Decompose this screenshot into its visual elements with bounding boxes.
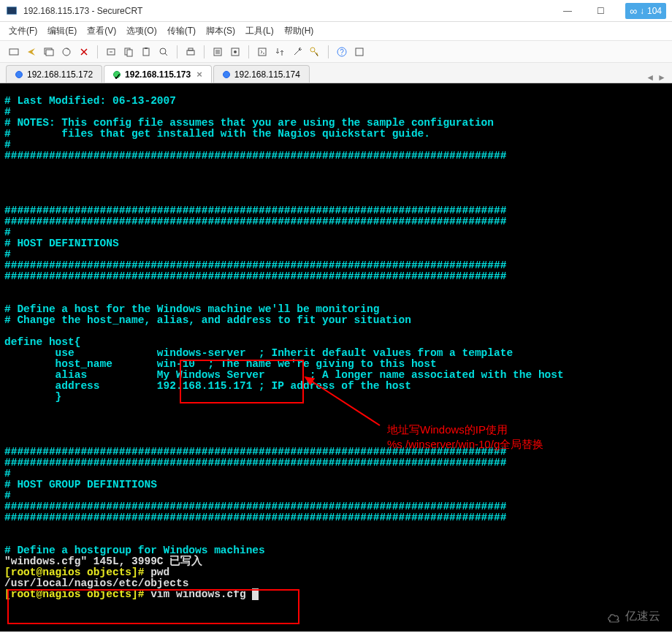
svg-text:?: ? (340, 48, 344, 56)
term-line: ########################################… (4, 457, 506, 469)
menubar: 文件(F) 编辑(E) 查看(V) 选项(O) 传输(T) 脚本(S) 工具(L… (0, 22, 672, 41)
term-line: # Define a hostgroup for Windows machine… (4, 545, 265, 556)
quick-connect-icon[interactable] (25, 45, 38, 58)
term-line: # NOTES: This config file assumes that y… (4, 117, 494, 129)
reconnect-icon[interactable] (60, 45, 73, 58)
term-cmd: pwd (144, 566, 169, 578)
term-line: # (4, 249, 11, 260)
term-line: ########################################… (4, 216, 506, 227)
print-icon[interactable] (184, 45, 197, 58)
menu-options[interactable]: 选项(O) (126, 25, 156, 37)
menu-transfer[interactable]: 传输(T) (167, 25, 196, 37)
tab-label: 192.168.115.174 (234, 69, 300, 80)
window-title: 192.168.115.173 - SecureCRT (23, 6, 558, 16)
term-line: ########################################… (4, 150, 506, 162)
term-line: # HOST DEFINITIONS (4, 238, 119, 249)
term-line: # Define a host for the Windows machine … (4, 303, 379, 315)
menu-edit[interactable]: 编辑(E) (47, 25, 77, 37)
annotation-text: 地址写Windows的IP使用 %s /winserver/win-10/g全局… (387, 422, 543, 452)
enter-icon[interactable] (104, 45, 118, 58)
infinity-icon: ∞ (630, 5, 637, 17)
term-line: alias My Windows Server ; A longer name … (4, 369, 564, 381)
toolbar-separator (328, 45, 329, 58)
tab-session-2[interactable]: ✓ 192.168.115.173 × (104, 65, 212, 83)
menu-file[interactable]: 文件(F) (9, 25, 37, 37)
help-icon[interactable]: ? (335, 45, 348, 58)
down-icon: ↓ (640, 6, 644, 16)
minimize-button[interactable]: — (558, 4, 577, 18)
titlebar: 192.168.115.173 - SecureCRT — ☐ ∞ ↓ 104 (0, 0, 672, 22)
svg-point-16 (234, 50, 237, 53)
term-line: # (4, 139, 11, 151)
script-icon[interactable] (256, 45, 269, 58)
connect-icon[interactable] (7, 45, 20, 58)
menu-view[interactable]: 查看(V) (87, 25, 116, 37)
term-prompt: [root@nagios objects]# (4, 588, 144, 600)
tab-label: 192.168.115.173 (125, 69, 191, 80)
term-line: define host{ (4, 336, 80, 348)
window-controls: — ☐ ∞ ↓ 104 (558, 3, 666, 19)
term-cursor (252, 588, 259, 600)
menu-help[interactable]: 帮助(H) (284, 25, 314, 37)
tools-icon[interactable] (291, 45, 304, 58)
term-line: ########################################… (4, 501, 506, 512)
annotation-line2: %s /winserver/win-10/g全局替换 (387, 437, 543, 452)
watermark: 亿速云 (606, 609, 660, 624)
tab-close-icon[interactable]: × (196, 69, 202, 80)
term-line: ########################################… (4, 270, 506, 282)
term-status: "windows.cfg" 145L, 3999C 已写入 (4, 556, 202, 567)
svg-rect-13 (188, 48, 193, 50)
badge-number: 104 (647, 6, 662, 16)
term-line: # Last Modified: 06-13-2007 (4, 95, 176, 107)
svg-rect-21 (356, 48, 363, 56)
toolbar-separator (177, 45, 177, 58)
term-line: use windows-server ; Inherit default val… (4, 347, 513, 359)
tab-session-3[interactable]: 192.168.115.174 (213, 65, 310, 83)
disconnect-icon[interactable] (77, 45, 91, 58)
tab-next-icon[interactable]: ► (657, 72, 666, 83)
key-icon[interactable] (308, 45, 321, 58)
side-badge[interactable]: ∞ ↓ 104 (625, 3, 666, 19)
term-line: # (4, 227, 11, 238)
svg-rect-4 (46, 50, 53, 56)
toolbar-separator (204, 45, 205, 58)
svg-rect-8 (127, 50, 132, 56)
about-icon[interactable] (353, 45, 366, 58)
tab-session-1[interactable]: 192.168.115.172 (6, 65, 102, 83)
term-line: ########################################… (4, 259, 506, 271)
svg-rect-10 (145, 48, 148, 49)
term-line: } (4, 391, 61, 403)
toolbar-separator (97, 45, 98, 58)
term-line: # (4, 468, 11, 480)
term-line: host_name win-10 ; The name we're giving… (4, 358, 437, 370)
svg-rect-1 (7, 7, 16, 14)
term-line: /usr/local/nagios/etc/objects (4, 577, 188, 589)
cloud-icon (606, 611, 622, 623)
term-line: # (4, 106, 11, 118)
terminal-output[interactable]: # Last Modified: 06-13-2007 # # NOTES: T… (0, 83, 672, 632)
tab-nav: ◄ ► (646, 72, 666, 83)
properties-icon[interactable] (211, 45, 224, 58)
paste-icon[interactable] (140, 45, 153, 58)
find-icon[interactable] (157, 45, 170, 58)
menu-tools[interactable]: 工具(L) (245, 25, 274, 37)
svg-rect-9 (143, 48, 149, 56)
tab-label: 192.168.115.172 (27, 69, 93, 80)
svg-rect-2 (9, 49, 18, 55)
term-line: # (4, 490, 11, 501)
session-icon[interactable] (42, 45, 56, 58)
options-icon[interactable] (229, 45, 242, 58)
tabbar: 192.168.115.172 ✓ 192.168.115.173 × 192.… (0, 63, 672, 83)
term-line: # files that get installed with the Nagi… (4, 128, 430, 140)
copy-icon[interactable] (122, 45, 135, 58)
maximize-button[interactable]: ☐ (592, 4, 611, 18)
term-line: # HOST GROUP DEFINITIONS (4, 479, 157, 490)
toolbar: ? (0, 41, 672, 63)
svg-point-11 (160, 48, 166, 54)
svg-point-5 (63, 48, 70, 56)
svg-rect-12 (187, 50, 194, 55)
tab-prev-icon[interactable]: ◄ (646, 72, 654, 83)
transfer-icon[interactable] (273, 45, 286, 58)
status-dot-icon (223, 71, 230, 78)
menu-script[interactable]: 脚本(S) (206, 25, 235, 37)
